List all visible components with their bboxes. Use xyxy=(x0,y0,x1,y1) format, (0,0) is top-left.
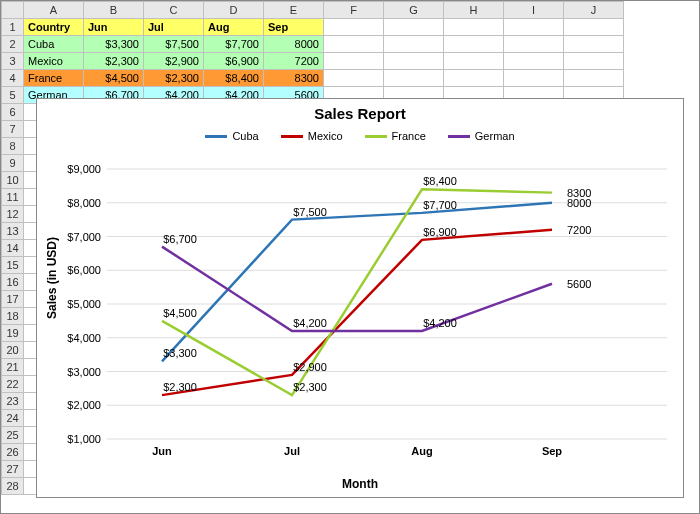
data-cell[interactable]: 8300 xyxy=(264,70,324,87)
col-header-E[interactable]: E xyxy=(264,2,324,19)
data-cell[interactable]: $3,300 xyxy=(84,36,144,53)
data-cell[interactable]: $2,900 xyxy=(144,53,204,70)
cell[interactable] xyxy=(564,70,624,87)
row-header-5[interactable]: 5 xyxy=(2,87,24,104)
col-header-J[interactable]: J xyxy=(564,2,624,19)
plot-area: $1,000$2,000$3,000$4,000$5,000$6,000$7,0… xyxy=(107,169,667,439)
select-all-cell[interactable] xyxy=(2,2,24,19)
data-cell[interactable]: $4,500 xyxy=(84,70,144,87)
cell[interactable] xyxy=(444,36,504,53)
col-header-H[interactable]: H xyxy=(444,2,504,19)
data-cell[interactable]: $6,900 xyxy=(204,53,264,70)
row-header-11[interactable]: 11 xyxy=(2,189,24,206)
cell[interactable] xyxy=(564,53,624,70)
row-header-26[interactable]: 26 xyxy=(2,444,24,461)
cell[interactable] xyxy=(444,19,504,36)
row-header-18[interactable]: 18 xyxy=(2,308,24,325)
data-cell[interactable]: 7200 xyxy=(264,53,324,70)
y-axis-label: Sales (in USD) xyxy=(45,237,59,319)
cell[interactable] xyxy=(504,53,564,70)
legend-item-france: France xyxy=(365,130,426,142)
row-header-21[interactable]: 21 xyxy=(2,359,24,376)
data-cell[interactable]: $7,500 xyxy=(144,36,204,53)
chart-container[interactable]: Sales Report CubaMexicoFranceGerman Sale… xyxy=(36,98,684,498)
data-cell[interactable]: $2,300 xyxy=(84,53,144,70)
data-label: $6,900 xyxy=(423,225,457,237)
row-header-13[interactable]: 13 xyxy=(2,223,24,240)
country-cell[interactable]: Cuba xyxy=(24,36,84,53)
header-cell[interactable]: Jul xyxy=(144,19,204,36)
col-header-B[interactable]: B xyxy=(84,2,144,19)
row-header-9[interactable]: 9 xyxy=(2,155,24,172)
data-label: $6,700 xyxy=(163,232,197,244)
data-cell[interactable]: $2,300 xyxy=(144,70,204,87)
row-header-14[interactable]: 14 xyxy=(2,240,24,257)
row-header-28[interactable]: 28 xyxy=(2,478,24,495)
header-cell[interactable]: Aug xyxy=(204,19,264,36)
cell[interactable] xyxy=(324,36,384,53)
cell[interactable] xyxy=(444,53,504,70)
col-header-D[interactable]: D xyxy=(204,2,264,19)
row-header-7[interactable]: 7 xyxy=(2,121,24,138)
cell[interactable] xyxy=(444,70,504,87)
data-cell[interactable]: 8000 xyxy=(264,36,324,53)
row-header-12[interactable]: 12 xyxy=(2,206,24,223)
row-header-4[interactable]: 4 xyxy=(2,70,24,87)
cell[interactable] xyxy=(384,53,444,70)
y-tick: $5,000 xyxy=(67,298,101,310)
cell[interactable] xyxy=(384,70,444,87)
col-header-A[interactable]: A xyxy=(24,2,84,19)
data-label: $4,200 xyxy=(423,317,457,329)
cell[interactable] xyxy=(384,19,444,36)
header-cell[interactable]: Country xyxy=(24,19,84,36)
cell[interactable] xyxy=(504,19,564,36)
cell[interactable] xyxy=(564,19,624,36)
row-header-2[interactable]: 2 xyxy=(2,36,24,53)
row-header-27[interactable]: 27 xyxy=(2,461,24,478)
data-label: $7,700 xyxy=(423,198,457,210)
cell[interactable] xyxy=(384,36,444,53)
row-header-3[interactable]: 3 xyxy=(2,53,24,70)
series-line-mexico xyxy=(162,230,552,395)
row-header-19[interactable]: 19 xyxy=(2,325,24,342)
row-header-6[interactable]: 6 xyxy=(2,104,24,121)
data-label: $7,500 xyxy=(293,205,327,217)
data-label: $2,900 xyxy=(293,360,327,372)
chart-title: Sales Report xyxy=(37,105,683,122)
data-cell[interactable]: $8,400 xyxy=(204,70,264,87)
row-header-25[interactable]: 25 xyxy=(2,427,24,444)
end-label: 8300 xyxy=(567,187,591,199)
row-header-22[interactable]: 22 xyxy=(2,376,24,393)
row-header-20[interactable]: 20 xyxy=(2,342,24,359)
row-header-24[interactable]: 24 xyxy=(2,410,24,427)
x-tick: Jul xyxy=(284,445,300,457)
row-header-17[interactable]: 17 xyxy=(2,291,24,308)
data-label: $4,200 xyxy=(293,317,327,329)
col-header-G[interactable]: G xyxy=(384,2,444,19)
cell[interactable] xyxy=(324,53,384,70)
data-label: $8,400 xyxy=(423,175,457,187)
col-header-F[interactable]: F xyxy=(324,2,384,19)
cell[interactable] xyxy=(564,36,624,53)
y-tick: $9,000 xyxy=(67,163,101,175)
col-header-C[interactable]: C xyxy=(144,2,204,19)
cell[interactable] xyxy=(324,70,384,87)
y-tick: $8,000 xyxy=(67,197,101,209)
row-header-23[interactable]: 23 xyxy=(2,393,24,410)
cell[interactable] xyxy=(324,19,384,36)
header-cell[interactable]: Jun xyxy=(84,19,144,36)
x-axis-label: Month xyxy=(37,477,683,491)
row-header-10[interactable]: 10 xyxy=(2,172,24,189)
col-header-I[interactable]: I xyxy=(504,2,564,19)
row-header-15[interactable]: 15 xyxy=(2,257,24,274)
cell[interactable] xyxy=(504,36,564,53)
country-cell[interactable]: France xyxy=(24,70,84,87)
row-header-16[interactable]: 16 xyxy=(2,274,24,291)
row-header-8[interactable]: 8 xyxy=(2,138,24,155)
cell[interactable] xyxy=(504,70,564,87)
data-cell[interactable]: $7,700 xyxy=(204,36,264,53)
y-tick: $1,000 xyxy=(67,433,101,445)
row-header-1[interactable]: 1 xyxy=(2,19,24,36)
country-cell[interactable]: Mexico xyxy=(24,53,84,70)
header-cell[interactable]: Sep xyxy=(264,19,324,36)
